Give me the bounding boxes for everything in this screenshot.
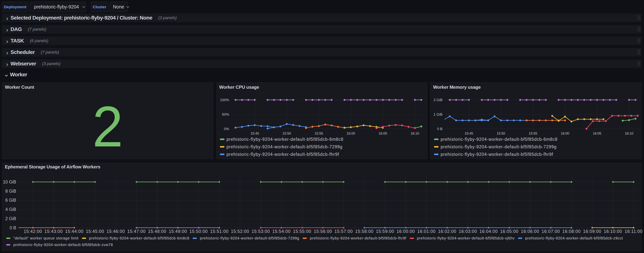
svg-text:15:45: 15:45 [250,132,259,135]
svg-text:16:05: 16:05 [378,132,387,135]
svg-text:15:53:00: 15:53:00 [252,229,270,234]
svg-text:16:11:00: 16:11:00 [625,229,643,234]
svg-text:15:55: 15:55 [314,132,323,135]
svg-text:15:45: 15:45 [465,132,473,135]
svg-text:6 GiB: 6 GiB [5,198,16,203]
svg-text:0 B: 0 B [10,225,16,230]
svg-text:15:45:00: 15:45:00 [86,229,104,234]
svg-text:16:02:00: 16:02:00 [438,229,456,234]
svg-text:8 GiB: 8 GiB [5,189,16,194]
svg-text:15:55: 15:55 [529,132,537,135]
svg-text:16:00: 16:00 [561,132,569,135]
svg-text:15:54:00: 15:54:00 [272,229,291,234]
svg-text:15:50: 15:50 [282,132,291,135]
svg-text:15:48:00: 15:48:00 [148,229,166,234]
svg-text:15:52:00: 15:52:00 [231,229,249,234]
svg-text:15:49:00: 15:49:00 [169,229,187,234]
svg-text:15:46:00: 15:46:00 [106,229,125,234]
svg-text:15:43:00: 15:43:00 [44,229,63,234]
svg-text:1 GiB: 1 GiB [434,112,442,116]
svg-text:15:58:00: 15:58:00 [355,229,374,234]
svg-text:16:04:00: 16:04:00 [480,229,498,234]
svg-text:16:10:00: 16:10:00 [604,229,622,234]
svg-text:16:10: 16:10 [625,132,633,135]
svg-text:15:42:00: 15:42:00 [24,229,42,234]
svg-text:16:05:00: 16:05:00 [500,229,518,234]
svg-text:0 B: 0 B [437,127,442,131]
svg-text:2 GiB: 2 GiB [434,98,442,102]
svg-text:15:55:00: 15:55:00 [293,229,312,234]
svg-text:16:10: 16:10 [411,132,419,135]
svg-text:16:06:00: 16:06:00 [521,229,539,234]
svg-text:16:00:00: 16:00:00 [397,229,415,234]
svg-text:15:50:00: 15:50:00 [190,229,208,234]
svg-text:15:57:00: 15:57:00 [334,229,353,234]
svg-text:15:56:00: 15:56:00 [314,229,332,234]
svg-text:16:09:00: 16:09:00 [583,229,602,234]
svg-text:15:59:00: 15:59:00 [376,229,394,234]
svg-text:15:47:00: 15:47:00 [127,229,146,234]
svg-text:16:05: 16:05 [593,132,601,135]
svg-text:15:51:00: 15:51:00 [210,229,228,234]
svg-text:0%: 0% [224,127,229,131]
svg-text:15:44:00: 15:44:00 [65,229,84,234]
svg-text:16:08:00: 16:08:00 [562,229,581,234]
svg-text:50%: 50% [222,112,229,116]
svg-text:100%: 100% [220,98,229,102]
svg-text:16:03:00: 16:03:00 [459,229,477,234]
svg-text:4 GiB: 4 GiB [5,207,16,212]
svg-text:16:07:00: 16:07:00 [542,229,560,234]
svg-text:15:50: 15:50 [497,132,505,135]
svg-text:16:01:00: 16:01:00 [417,229,436,234]
svg-text:2 GiB: 2 GiB [5,216,16,221]
svg-text:16:00: 16:00 [346,132,355,135]
svg-text:10 GiB: 10 GiB [3,180,16,184]
